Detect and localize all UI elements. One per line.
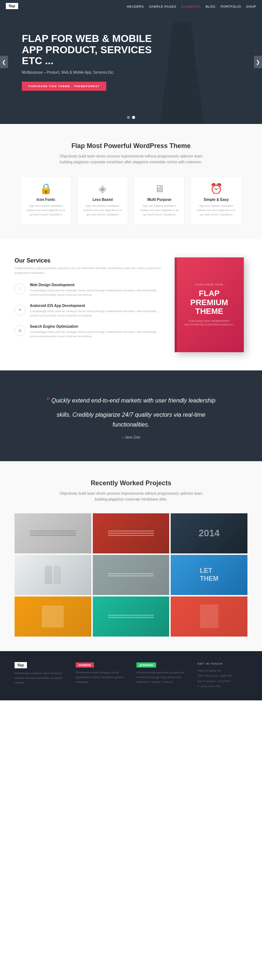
hero-section: ❮ FLAP FOR WEB & MOBILE APP PRODUCT, SER… [0,0,262,124]
feature-card-2: 🖥 Multi Purpose Typi non habent claritat… [134,176,185,224]
service-desc-1: Compellingly foster premier strategic th… [30,309,164,318]
project-cell-6[interactable]: letthem [170,555,248,595]
feature-card-3: ⏰ Simple & Easy Typi non habent claritat… [191,176,241,224]
feature-desc-0: Typi non habent claritatem insitam est u… [26,204,66,217]
hero-subtitle: Multipurpose – Product, Web & Mobile App… [22,70,160,75]
feature-name-1: Less Based [83,197,123,202]
project-cell-7[interactable] [14,597,92,636]
testimonial-quote: Quickly extend end-to-end markets with u… [44,392,218,430]
footer-contact: GET IN TOUCH Flap Company Inc. 755 Folso… [197,662,248,689]
diamond-icon: ◈ [83,184,123,194]
nav-item-headers[interactable]: HEADERS [127,5,144,8]
service-content-2: Search Engine Optimization Compellingly … [30,325,164,339]
feature-name-3: Simple & Easy [196,197,236,202]
feature-desc-1: Typi non habent claritatem insitam est u… [83,204,123,217]
projects-subtitle: Objectively build team driven process im… [58,491,204,503]
navbar: flap HEADERS SAMPLE PAGES ELEMENTS BLOG … [0,0,262,12]
feature-desc-3: Typi non habent claritatem insitam est u… [196,204,236,217]
nav-item-blog[interactable]: BLOG [205,5,215,8]
project-cell-5[interactable] [93,555,170,595]
hero-content: FLAP FOR WEB & MOBILE APP PRODUCT, SERVI… [0,33,182,91]
hero-dot-2[interactable] [132,116,135,119]
footer-contact-heading: GET IN TOUCH [197,662,248,665]
service-title-2: Search Engine Optimization [30,325,164,328]
hero-prev-button[interactable]: ❮ [0,56,8,68]
footer-brand: flap Assertively transform client-center… [14,662,65,685]
hero-next-button[interactable]: ❯ [254,56,262,68]
footer-col-creative: creative Phosfluorescently dialogue virt… [76,662,126,684]
heart-icon: ♡ [14,284,25,294]
clock-icon: ⏰ [196,184,236,194]
services-section: Our Services Collaboratively supply pand… [0,239,262,371]
nav-item-shop[interactable]: SHOP [246,5,256,8]
nav-menu: HEADERS SAMPLE PAGES ELEMENTS BLOG PORTF… [127,4,256,9]
footer-phone: T: (415) 416-1700 [197,684,248,689]
footer-brand-desc: Assertively transform client-centered mo… [14,671,65,685]
project-cell-2[interactable] [93,513,170,554]
service-item-1: ✦ Andoroid iOS App Development Compellin… [14,304,164,318]
book-title: FLAP PREMIUM THEME [190,289,228,316]
book-desc: PURCHASE NOW THEMEFOREST MULTIPURPOSE PL… [175,320,244,327]
service-desc-0: Compellingly foster premier strategic th… [30,288,164,297]
feature-name-2: Multi Purpose [139,197,179,202]
book-label-top: PURCHASE NOW [195,283,223,286]
nav-item-sample-pages[interactable]: SAMPLE PAGES [149,5,176,8]
footer-col-desc-1: Monotonectally generate prospective inte… [136,670,187,684]
services-title: Our Services [14,258,164,264]
footer-badge-premium: premium [136,662,156,668]
service-item-2: ⊕ Search Engine Optimization Compellingl… [14,325,164,339]
star-icon: ✦ [14,304,25,315]
footer-city: San Francisco, CA 94107 [197,679,248,684]
projects-title: Recently Worked Projects [14,479,248,487]
project-cell-3[interactable]: 2014 [170,513,248,554]
footer-contact-info: Flap Company Inc. 755 Folsom Ave, Suite … [197,668,248,689]
hero-dot-1[interactable] [127,116,130,119]
testimonial-author: – Jane Doe [29,435,233,439]
nav-item-portfolio[interactable]: PORTFOLIO [221,5,241,8]
lock-icon: 🔒 [26,184,66,194]
service-content-1: Andoroid iOS App Development Compellingl… [30,304,164,318]
service-title-0: Web Design Development [30,283,164,287]
services-left: Our Services Collaboratively supply pand… [14,258,164,345]
project-cell-4[interactable] [14,555,92,595]
hero-title: FLAP FOR WEB & MOBILE APP PRODUCT, SERVI… [22,33,160,67]
services-intro: Collaboratively supply pandemic resource… [14,266,164,275]
feature-card-0: 🔒 Icon Fonts Typi non habent claritatem … [21,176,71,224]
search-icon: ⊕ [14,325,25,336]
footer-logo[interactable]: flap [14,662,27,668]
services-right: PURCHASE NOW FLAP PREMIUM THEME PURCHASE… [175,258,248,352]
hero-dots [127,116,135,119]
projects-grid: 2014 letthem [14,513,248,636]
nav-item-elements[interactable]: ELEMENTS [182,5,201,8]
hero-cta-button[interactable]: PURCHASE THIS THEME - THEMEFOREST [22,82,106,91]
footer-col-premium: premium Monotonectally generate prospect… [136,662,187,684]
projects-section: Recently Worked Projects Objectively bui… [0,461,262,651]
service-desc-2: Compellingly foster premier strategic th… [30,330,164,339]
project-cell-9[interactable] [170,597,248,636]
feature-card-1: ◈ Less Based Typi non habent claritatem … [77,176,128,224]
features-grid: 🔒 Icon Fonts Typi non habent claritatem … [14,176,248,224]
site-logo[interactable]: flap [6,3,18,9]
service-item-0: ♡ Web Design Development Compellingly fo… [14,283,164,297]
footer: flap Assertively transform client-center… [0,651,262,700]
service-title-1: Andoroid iOS App Development [30,304,164,308]
project-cell-8[interactable] [93,597,170,636]
feature-name-0: Icon Fonts [26,197,66,202]
feature-desc-2: Typi non habent claritatem insitam est u… [139,204,179,217]
testimonial-section: Quickly extend end-to-end markets with u… [0,371,262,461]
features-section: Flap Most Powerful WordPress Theme Objec… [0,124,262,239]
monitor-icon: 🖥 [139,184,179,194]
footer-col-desc-0: Phosfluorescently dialogue virtual appli… [76,670,126,684]
service-content-0: Web Design Development Compellingly fost… [30,283,164,297]
features-subtitle: Objectively build team driven process im… [58,153,204,165]
footer-company: Flap Company Inc. [197,668,248,673]
features-title: Flap Most Powerful WordPress Theme [14,142,248,150]
footer-badge-creative: creative [76,662,94,668]
footer-address: 755 Folsom Ave, Suite 600 [197,673,248,678]
project-cell-1[interactable] [14,513,92,554]
book-cover: PURCHASE NOW FLAP PREMIUM THEME PURCHASE… [175,258,244,352]
